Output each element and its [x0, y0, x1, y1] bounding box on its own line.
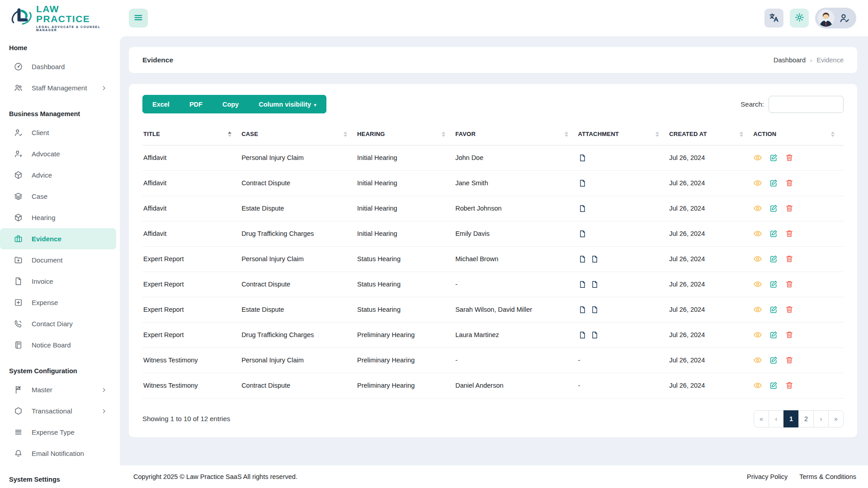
cell-action — [752, 272, 844, 297]
next-page-button[interactable]: › — [813, 410, 829, 427]
sidebar-item-invoice[interactable]: Invoice — [0, 271, 116, 292]
sidebar-item-master[interactable]: Master — [0, 379, 116, 400]
edit-button[interactable] — [769, 178, 778, 188]
edit-button[interactable] — [769, 204, 778, 213]
bell-icon — [14, 449, 23, 458]
attachment-files — [578, 280, 666, 289]
sidebar-item-advice[interactable]: Advice — [0, 164, 116, 186]
table-row: Expert Report Estate Dispute Status Hear… — [142, 297, 844, 322]
edit-button[interactable] — [769, 305, 778, 314]
sidebar-item-staff-management[interactable]: Staff Management — [0, 77, 116, 99]
main-area: Evidence Dashboard › Evidence ExcelPDFCo… — [120, 0, 868, 488]
edit-button[interactable] — [769, 280, 778, 289]
delete-button[interactable] — [785, 254, 794, 263]
hamburger-button[interactable] — [129, 9, 148, 28]
previous-page-button[interactable]: ‹ — [769, 410, 784, 427]
sidebar: LAW PRACTICE LEGAL ADVOCATE & COUNSEL MA… — [0, 0, 120, 488]
column-visibility-button[interactable]: Column visibility▾ — [249, 95, 326, 113]
sidebar-item-transactional[interactable]: Transactional — [0, 400, 116, 422]
sidebar-item-label: Staff Management — [32, 84, 87, 92]
cell-hearing: Initial Hearing — [356, 145, 454, 170]
sidebar-item-case[interactable]: Case — [0, 186, 116, 207]
footer-link-privacy-policy[interactable]: Privacy Policy — [747, 473, 788, 480]
settings-button[interactable] — [790, 9, 809, 28]
sidebar-item-dashboard[interactable]: Dashboard — [0, 56, 116, 77]
view-button[interactable] — [753, 204, 762, 213]
column-label: CREATED AT — [669, 131, 707, 137]
cell-case: Personal Injury Claim — [241, 145, 356, 170]
trash-icon — [785, 330, 794, 339]
sidebar-item-expense-type[interactable]: Expense Type — [0, 422, 116, 443]
sidebar-item-notice-board[interactable]: Notice Board — [0, 334, 116, 356]
view-button[interactable] — [753, 381, 762, 390]
sidebar-item-advocate[interactable]: Advocate — [0, 143, 116, 164]
delete-button[interactable] — [785, 153, 794, 162]
brand-name: LAW PRACTICE — [36, 4, 90, 24]
sidebar-item-client[interactable]: Client — [0, 122, 116, 143]
sidebar-item-hearing[interactable]: Hearing — [0, 207, 116, 228]
view-button[interactable] — [753, 153, 762, 162]
column-header-action[interactable]: ACTION — [752, 123, 844, 145]
view-button[interactable] — [753, 178, 762, 188]
copy-export-button[interactable]: Copy — [212, 95, 249, 113]
edit-button[interactable] — [769, 153, 778, 162]
edit-button[interactable] — [769, 229, 778, 238]
delete-button[interactable] — [785, 356, 794, 365]
cell-created-at: Jul 26, 2024 — [668, 297, 752, 322]
breadcrumb-dashboard-link[interactable]: Dashboard — [774, 56, 806, 64]
edit-button[interactable] — [769, 356, 778, 365]
sidebar-item-label: Hearing — [32, 214, 56, 221]
delete-button[interactable] — [785, 381, 794, 390]
search-box: Search: — [741, 96, 844, 113]
edit-button[interactable] — [769, 330, 778, 339]
cell-hearing: Initial Hearing — [356, 170, 454, 196]
delete-button[interactable] — [785, 178, 794, 188]
sidebar-item-expense[interactable]: Expense — [0, 292, 116, 313]
column-header-hearing[interactable]: HEARING — [356, 123, 454, 145]
search-input[interactable] — [769, 96, 844, 113]
sidebar-item-email-notification[interactable]: Email Notification — [0, 443, 116, 464]
column-header-case[interactable]: CASE — [241, 123, 356, 145]
view-button[interactable] — [753, 280, 762, 289]
view-button[interactable] — [753, 254, 762, 263]
footer-link-terms-conditions[interactable]: Terms & Conditions — [799, 473, 856, 480]
column-header-created-at[interactable]: CREATED AT — [668, 123, 752, 145]
translate-button[interactable] — [764, 9, 783, 28]
page-2-button[interactable]: 2 — [798, 410, 814, 427]
edit-icon — [769, 204, 778, 213]
eye-icon — [753, 153, 762, 162]
column-header-favor[interactable]: FAVOR — [454, 123, 577, 145]
column-header-attachment[interactable]: ATTACHMENT — [577, 123, 669, 145]
edit-icon — [769, 330, 778, 339]
trash-icon — [785, 305, 794, 314]
cell-favor: Jane Smith — [454, 170, 577, 196]
delete-button[interactable] — [785, 204, 794, 213]
edit-button[interactable] — [769, 254, 778, 263]
view-button[interactable] — [753, 356, 762, 365]
cell-favor: - — [454, 347, 577, 373]
cell-action — [752, 170, 844, 196]
sidebar-item-contact-diary[interactable]: Contact Diary — [0, 313, 116, 334]
cell-title: Affidavit — [142, 221, 241, 246]
brand-logo[interactable]: LAW PRACTICE LEGAL ADVOCATE & COUNSEL MA… — [0, 0, 120, 33]
sidebar-item-document[interactable]: Document — [0, 249, 116, 271]
cell-hearing: Initial Hearing — [356, 196, 454, 221]
user-menu-button[interactable] — [815, 8, 856, 28]
pdf-export-button[interactable]: PDF — [179, 95, 212, 113]
delete-button[interactable] — [785, 305, 794, 314]
excel-export-button[interactable]: Excel — [142, 95, 179, 113]
sidebar-item-evidence[interactable]: Evidence — [0, 228, 116, 249]
file-icon — [590, 331, 599, 339]
first-page-button[interactable]: « — [754, 410, 769, 427]
edit-button[interactable] — [769, 381, 778, 390]
view-button[interactable] — [753, 305, 762, 314]
column-header-title[interactable]: TITLE — [142, 123, 241, 145]
page-1-button[interactable]: 1 — [783, 410, 799, 427]
delete-button[interactable] — [785, 280, 794, 289]
view-button[interactable] — [753, 229, 762, 238]
delete-button[interactable] — [785, 330, 794, 339]
last-page-button[interactable]: » — [828, 410, 844, 427]
view-button[interactable] — [753, 330, 762, 339]
cell-created-at: Jul 26, 2024 — [668, 272, 752, 297]
delete-button[interactable] — [785, 229, 794, 238]
